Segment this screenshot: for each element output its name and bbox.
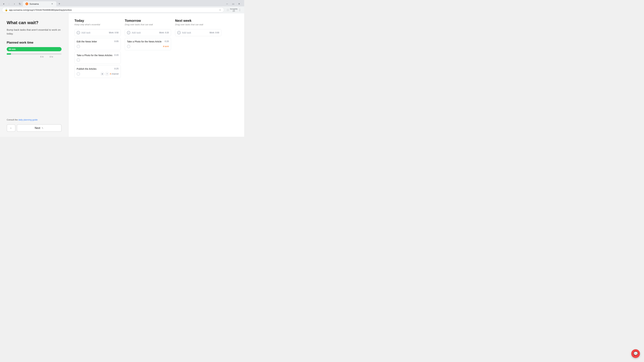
- tomorrow-add-task-label: Add task: [132, 31, 141, 34]
- tag-label: work: [165, 45, 169, 48]
- task-tag: # channel: [110, 73, 118, 75]
- today-add-task-row[interactable]: + Add task Work: 0:50: [74, 29, 121, 36]
- next-label: Next: [35, 126, 40, 130]
- task-footer: ✓ # work: [127, 45, 169, 48]
- today-subtitle: Keep only what's essential: [74, 23, 121, 26]
- tomorrow-column: Tomorrow Drag over tasks that can wait +…: [123, 19, 173, 131]
- task-card-header: Publish the Articles 0:25: [77, 67, 118, 71]
- tab-close-btn[interactable]: ✕: [51, 2, 54, 5]
- task-card-header: Edit the News letter 0:05: [77, 40, 118, 43]
- tomorrow-work-time: Work: 0:20: [159, 31, 169, 34]
- left-panel: What can wait? Bump back tasks that aren…: [0, 13, 68, 137]
- task-time: 0:05: [114, 40, 118, 42]
- browser-chrome: ▾ ‹ › ↻ S Sunsama ✕ + ─ ▭ ✕ 🔒 app.sunsam…: [0, 0, 244, 13]
- next-week-work-time: Work: 0:00: [210, 31, 219, 34]
- next-week-subtitle: Drag over tasks that can wait: [175, 23, 221, 26]
- close-window-btn[interactable]: ✕: [237, 1, 242, 6]
- url-text: app.sunsama.com/group/17031827644696380/…: [9, 9, 218, 11]
- task-time: 0:20: [165, 40, 169, 42]
- back-icon: ←: [10, 126, 12, 130]
- today-work-time: Work: 0:50: [109, 31, 118, 34]
- panel-description: Bump back tasks that aren't essential to…: [7, 28, 62, 35]
- star-icon[interactable]: ☆: [219, 8, 221, 11]
- panel-title: What can wait?: [7, 20, 62, 25]
- maximize-btn[interactable]: ▭: [231, 1, 236, 6]
- progress-markers: 6 hr 8 hr: [7, 56, 62, 58]
- tab-bar: ▾ ‹ › ↻ S Sunsama ✕ + ─ ▭ ✕: [0, 0, 244, 6]
- task-icons: ▦ ◔ # channel: [100, 72, 118, 76]
- marker-8hr: 8 hr: [50, 56, 53, 58]
- back-button[interactable]: ←: [7, 124, 16, 132]
- address-bar[interactable]: 🔒 app.sunsama.com/group/1703182764469638…: [2, 7, 224, 12]
- tag-label: channel: [112, 73, 118, 75]
- today-add-icon: +: [77, 31, 80, 34]
- back-nav-btn[interactable]: ‹: [7, 1, 12, 6]
- incognito-btn[interactable]: Incognito (2): [232, 7, 236, 12]
- task-card: Take a Photo for the News Articles 0:20 …: [74, 52, 121, 64]
- time-badge: 50 min: [7, 47, 62, 51]
- next-week-add-task-label: Add task: [182, 31, 191, 34]
- task-footer: ✓: [77, 58, 118, 62]
- forward-nav-btn[interactable]: ›: [12, 1, 17, 6]
- tab-favicon: S: [26, 2, 28, 5]
- progress-bar: [7, 53, 62, 55]
- tomorrow-add-task-row[interactable]: + Add task Work: 0:20: [125, 29, 171, 36]
- menu-btn[interactable]: ⋮: [238, 7, 242, 12]
- lock-icon: 🔒: [5, 8, 8, 11]
- active-tab: S Sunsama ✕: [23, 1, 56, 6]
- task-footer: ✓ ▦ ◔ # channel: [77, 72, 118, 76]
- check-icon[interactable]: ✓: [77, 45, 80, 48]
- today-add-task-label: Add task: [81, 31, 90, 34]
- task-card-header: Take a Photo for the News Articles 0:20: [77, 54, 118, 57]
- tag-hash: #: [163, 45, 164, 48]
- extensions-btn[interactable]: ⬚: [226, 7, 230, 12]
- today-column: Today Keep only what's essential + Add t…: [72, 19, 123, 131]
- consult-text: Consult the daily planning guide: [7, 118, 62, 121]
- new-tab-btn[interactable]: +: [57, 1, 62, 6]
- next-week-add-task-left: + Add task: [177, 31, 191, 34]
- cursor-icon: ↖: [42, 127, 44, 129]
- next-week-add-task-row[interactable]: + Add task Work: 0:00: [175, 29, 221, 36]
- task-card-header: Take a Photo for the News Article 0:20: [127, 40, 169, 43]
- check-icon[interactable]: ✓: [127, 45, 130, 48]
- task-tag: # work: [163, 45, 169, 48]
- reload-btn[interactable]: ↻: [18, 1, 22, 6]
- task-title: Take a Photo for the News Article: [127, 40, 163, 43]
- address-bar-row: 🔒 app.sunsama.com/group/1703182764469638…: [0, 6, 244, 13]
- next-week-title: Next week: [175, 19, 221, 23]
- tomorrow-title: Tomorrow: [125, 19, 171, 23]
- window-controls: ─ ▭ ✕: [225, 1, 243, 6]
- task-time: 0:25: [114, 67, 118, 70]
- task-title: Edit the News letter: [77, 40, 113, 43]
- next-week-column: Next week Drag over tasks that can wait …: [173, 19, 224, 131]
- tab-title-text: Sunsama: [30, 3, 49, 5]
- tomorrow-add-task-left: + Add task: [127, 31, 141, 34]
- task-icons: # work: [163, 45, 169, 48]
- task-card: Publish the Articles 0:25 ✓ ▦ ◔ # channe…: [74, 65, 121, 78]
- daily-planning-guide-link[interactable]: daily planning guide: [18, 118, 38, 121]
- nav-buttons: ← Next ↖: [7, 124, 62, 132]
- clock-icon[interactable]: ◔: [105, 72, 109, 76]
- calendar-icon[interactable]: ▦: [100, 72, 104, 76]
- progress-bar-fill: [7, 53, 11, 55]
- main-content: What can wait? Bump back tasks that aren…: [0, 13, 244, 137]
- columns-area: Today Keep only what's essential + Add t…: [68, 13, 244, 137]
- tab-dropdown-btn[interactable]: ▾: [1, 1, 6, 6]
- task-card: Take a Photo for the News Article 0:20 ✓…: [125, 38, 171, 50]
- planned-work-title: Planned work time: [7, 41, 62, 44]
- task-title: Take a Photo for the News Articles: [77, 54, 113, 57]
- today-add-task-left: + Add task: [77, 31, 90, 34]
- bottom-section: Consult the daily planning guide ← Next …: [7, 118, 62, 132]
- tomorrow-add-icon: +: [127, 31, 130, 34]
- task-footer: ✓: [77, 45, 118, 48]
- task-time: 0:20: [114, 54, 118, 56]
- today-title: Today: [74, 19, 121, 23]
- task-card: Edit the News letter 0:05 ✓: [74, 38, 121, 50]
- next-button[interactable]: Next ↖: [17, 124, 62, 132]
- minimize-btn[interactable]: ─: [225, 1, 230, 6]
- task-title: Publish the Articles: [77, 67, 113, 71]
- marker-6hr: 6 hr: [40, 56, 44, 58]
- tomorrow-subtitle: Drag over tasks that can wait: [125, 23, 171, 26]
- check-icon[interactable]: ✓: [77, 72, 80, 76]
- check-icon[interactable]: ✓: [77, 58, 80, 62]
